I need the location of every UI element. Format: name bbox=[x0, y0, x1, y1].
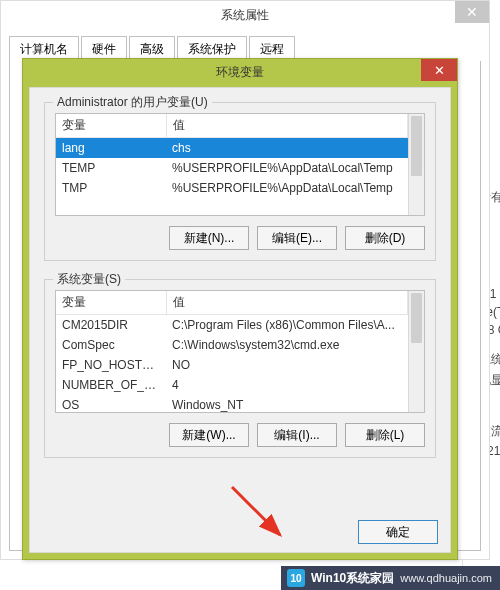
user-delete-button[interactable]: 删除(D) bbox=[345, 226, 425, 250]
dialog-body: Administrator 的用户变量(U) 变量 值 langchsTEMP%… bbox=[29, 87, 451, 553]
system-delete-button[interactable]: 删除(L) bbox=[345, 423, 425, 447]
cell-variable: CM2015DIR bbox=[56, 315, 166, 336]
cell-variable: FP_NO_HOST_CH... bbox=[56, 355, 166, 375]
user-new-button[interactable]: 新建(N)... bbox=[169, 226, 249, 250]
table-row[interactable]: NUMBER_OF_PR...4 bbox=[56, 375, 408, 395]
dialog-bottom-row: 确定 bbox=[36, 520, 444, 544]
cell-variable: OS bbox=[56, 395, 166, 412]
column-header-value[interactable]: 值 bbox=[166, 114, 408, 138]
sys-vars-tbody: CM2015DIRC:\Program Files (x86)\Common F… bbox=[56, 315, 408, 413]
table-row[interactable]: ComSpecC:\Windows\system32\cmd.exe bbox=[56, 335, 408, 355]
back-window-titlebar: 系统属性 ✕ bbox=[1, 1, 489, 29]
close-icon: ✕ bbox=[466, 4, 478, 20]
watermark: 10 Win10系统家园 www.qdhuajin.com bbox=[281, 566, 500, 590]
cell-value: %USERPROFILE%\AppData\Local\Temp bbox=[166, 178, 408, 198]
watermark-brand: Win10系统家园 bbox=[311, 570, 394, 587]
system-new-button[interactable]: 新建(W)... bbox=[169, 423, 249, 447]
column-header-variable[interactable]: 变量 bbox=[56, 114, 166, 138]
dialog-title: 环境变量 bbox=[216, 64, 264, 81]
ok-button[interactable]: 确定 bbox=[358, 520, 438, 544]
user-variables-group: Administrator 的用户变量(U) 变量 值 langchsTEMP%… bbox=[44, 102, 436, 261]
cell-value: chs bbox=[166, 138, 408, 159]
environment-variables-dialog: 环境变量 ✕ Administrator 的用户变量(U) 变量 值 langc… bbox=[22, 58, 458, 560]
system-edit-button[interactable]: 编辑(I)... bbox=[257, 423, 337, 447]
user-table-scrollbar[interactable] bbox=[408, 114, 424, 215]
watermark-logo-icon: 10 bbox=[287, 569, 305, 587]
cell-variable: TEMP bbox=[56, 158, 166, 178]
scrollbar-thumb[interactable] bbox=[411, 293, 422, 343]
cell-value: C:\Windows\system32\cmd.exe bbox=[166, 335, 408, 355]
cell-value: C:\Program Files (x86)\Common Files\A... bbox=[166, 315, 408, 336]
table-row[interactable]: TMP%USERPROFILE%\AppData\Local\Temp bbox=[56, 178, 408, 198]
user-variables-table[interactable]: 变量 值 langchsTEMP%USERPROFILE%\AppData\Lo… bbox=[55, 113, 425, 216]
column-header-variable[interactable]: 变量 bbox=[56, 291, 166, 315]
user-buttons-row: 新建(N)... 编辑(E)... 删除(D) bbox=[55, 226, 425, 250]
dialog-titlebar: 环境变量 ✕ bbox=[23, 59, 457, 85]
table-row[interactable]: CM2015DIRC:\Program Files (x86)\Common F… bbox=[56, 315, 408, 336]
system-table-scrollbar[interactable] bbox=[408, 291, 424, 412]
user-group-label: Administrator 的用户变量(U) bbox=[53, 94, 212, 111]
cell-variable: lang bbox=[56, 138, 166, 159]
table-row[interactable]: langchs bbox=[56, 138, 408, 159]
cell-variable: TMP bbox=[56, 178, 166, 198]
table-row[interactable]: FP_NO_HOST_CH...NO bbox=[56, 355, 408, 375]
cell-value: NO bbox=[166, 355, 408, 375]
scrollbar-thumb[interactable] bbox=[411, 116, 422, 176]
watermark-url: www.qdhuajin.com bbox=[400, 572, 492, 584]
user-edit-button[interactable]: 编辑(E)... bbox=[257, 226, 337, 250]
dialog-close-button[interactable]: ✕ bbox=[421, 59, 457, 81]
back-window-title: 系统属性 bbox=[221, 7, 269, 24]
cell-value: %USERPROFILE%\AppData\Local\Temp bbox=[166, 158, 408, 178]
user-vars-tbody: langchsTEMP%USERPROFILE%\AppData\Local\T… bbox=[56, 138, 408, 199]
system-variables-table[interactable]: 变量 值 CM2015DIRC:\Program Files (x86)\Com… bbox=[55, 290, 425, 413]
table-row[interactable]: OSWindows_NT bbox=[56, 395, 408, 412]
cell-value: Windows_NT bbox=[166, 395, 408, 412]
system-variables-group: 系统变量(S) 变量 值 CM2015DIRC:\Program Files (… bbox=[44, 279, 436, 458]
cell-variable: ComSpec bbox=[56, 335, 166, 355]
back-window-close-button[interactable]: ✕ bbox=[455, 1, 489, 23]
system-buttons-row: 新建(W)... 编辑(I)... 删除(L) bbox=[55, 423, 425, 447]
cell-value: 4 bbox=[166, 375, 408, 395]
table-row[interactable]: TEMP%USERPROFILE%\AppData\Local\Temp bbox=[56, 158, 408, 178]
system-group-label: 系统变量(S) bbox=[53, 271, 125, 288]
cell-variable: NUMBER_OF_PR... bbox=[56, 375, 166, 395]
column-header-value[interactable]: 值 bbox=[166, 291, 408, 315]
close-icon: ✕ bbox=[434, 63, 445, 78]
